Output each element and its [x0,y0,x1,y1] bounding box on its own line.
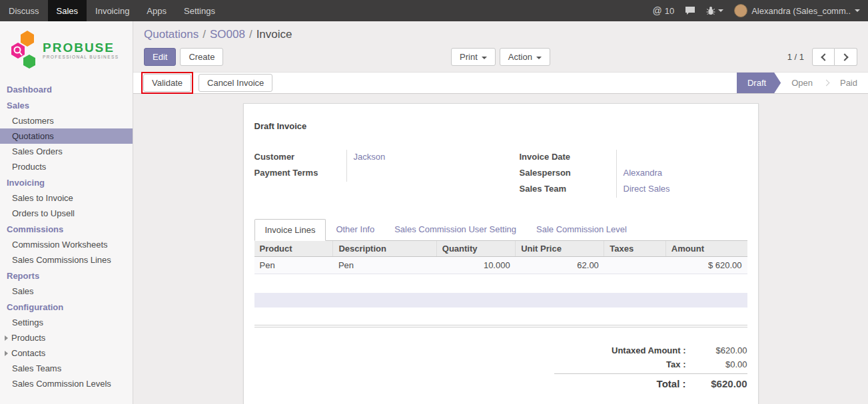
create-button[interactable]: Create [180,48,223,66]
sidebar-item-customers[interactable]: Customers [0,113,133,128]
pager-previous-button[interactable] [812,48,835,66]
section-divider [254,325,747,327]
col-header-quantity[interactable]: Quantity [436,241,515,257]
menu-invoicing[interactable]: Invoicing [87,0,138,21]
sidebar-heading-invoicing[interactable]: Invoicing [0,174,133,190]
control-panel: Quotations/SO008/Invoice Edit Create Pri… [133,21,868,72]
col-header-unit-price[interactable]: Unit Price [516,241,604,257]
status-draft[interactable]: Draft [737,73,781,93]
customer-label: Customer [254,150,346,166]
empty-line-strip [254,293,747,307]
logo-title: PROBUSE [43,41,119,55]
cell-taxes [604,257,666,274]
breadcrumb-separator: / [249,28,252,41]
payment-terms-value[interactable] [346,166,501,182]
tab-sales-commission-user-setting[interactable]: Sales Commission User Setting [384,219,526,241]
sidebar-item-settings[interactable]: Settings [0,315,133,330]
chevron-down-icon [536,57,542,59]
probuse-logo-icon [9,29,39,71]
status-open[interactable]: Open [781,73,823,93]
sidebar-item-sales-to-invoice[interactable]: Sales to Invoice [0,190,133,206]
sidebar-item-reports-sales[interactable]: Sales [0,284,133,299]
validate-button[interactable]: Validate [143,74,191,92]
invoice-date-value[interactable] [616,150,747,166]
menu-discuss[interactable]: Discuss [0,0,48,21]
sidebar-item-sales-teams[interactable]: Sales Teams [0,361,133,376]
bug-icon [706,6,715,15]
action-label: Action [508,52,532,62]
logo-text: PROBUSE PROFESSIONAL BUSINESS [43,41,119,59]
sidebar-item-commission-worksheets[interactable]: Commission Worksheets [0,237,133,252]
statusbar: Validate Cancel Invoice Draft Open Paid [133,72,868,94]
print-dropdown-button[interactable]: Print [451,48,496,66]
notebook-tabs: Invoice Lines Other Info Sales Commissio… [254,219,747,241]
app-menus: Discuss Sales Invoicing Apps Settings [0,0,224,21]
expand-arrow-icon [5,335,8,341]
chevron-down-icon [855,9,860,12]
untaxed-amount-row: Untaxed Amount : $620.00 [554,343,747,357]
expand-arrow-icon [5,351,8,356]
tab-other-info[interactable]: Other Info [326,219,384,241]
total-row: Total : $620.00 [554,373,747,391]
sidebar-item-config-products[interactable]: Products [0,330,133,345]
user-menu[interactable]: Alexandra (Sales_comm.. [734,4,860,17]
sidebar-item-orders-to-upsell[interactable]: Orders to Upsell [0,206,133,221]
cancel-invoice-button[interactable]: Cancel Invoice [199,74,272,92]
mentions-button[interactable]: @ 10 [652,5,674,16]
sidebar-item-quotations[interactable]: Quotations [0,128,133,144]
sidebar-item-sales-commissions-lines[interactable]: Sales Commissions Lines [0,252,133,268]
tab-sale-commission-level[interactable]: Sale Commission Level [526,219,637,241]
sidebar-heading-sales[interactable]: Sales [0,97,133,113]
col-header-amount[interactable]: Amount [665,241,747,257]
sidebar-heading-dashboard[interactable]: Dashboard [0,81,133,97]
salesperson-label: Salesperson [520,166,616,182]
form-view-container: Draft Invoice Customer Jackson Payment T… [133,94,868,404]
breadcrumb-current: Invoice [256,28,292,41]
edit-button[interactable]: Edit [144,48,176,66]
validate-highlight-annotation: Validate [141,72,193,94]
total-value: $620.00 [686,378,747,389]
tab-invoice-lines[interactable]: Invoice Lines [254,219,326,241]
breadcrumb-quotations[interactable]: Quotations [144,28,199,41]
sidebar-heading-commissions[interactable]: Commissions [0,221,133,237]
action-dropdown-button[interactable]: Action [500,48,550,66]
menu-apps[interactable]: Apps [138,0,175,21]
col-header-taxes[interactable]: Taxes [604,241,666,257]
table-row[interactable]: Pen Pen 10.000 62.00 $ 620.00 [254,257,747,274]
cell-quantity: 10.000 [436,257,515,274]
pager-next-button[interactable] [835,48,857,66]
pager: 1 / 1 [787,48,857,66]
breadcrumb: Quotations/SO008/Invoice [144,28,857,41]
customer-value-link[interactable]: Jackson [346,150,501,166]
payment-terms-label: Payment Terms [254,166,346,182]
status-paid[interactable]: Paid [829,73,868,93]
col-header-product[interactable]: Product [254,241,333,257]
print-label: Print [460,52,478,62]
chevron-down-icon [718,9,723,12]
invoice-date-label: Invoice Date [520,150,616,166]
mention-icon: @ [652,5,661,16]
logo-subtitle: PROFESSIONAL BUSINESS [43,55,119,59]
cell-unit-price: 62.00 [516,257,604,274]
totals: Untaxed Amount : $620.00 Tax : $0.00 Tot… [554,343,747,391]
sidebar-heading-configuration[interactable]: Configuration [0,299,133,315]
debug-menu-button[interactable] [706,6,723,15]
tax-row: Tax : $0.00 [554,357,747,371]
menu-sales[interactable]: Sales [48,0,87,21]
invoice-lines-table: Product Description Quantity Unit Price … [254,241,747,274]
sidebar-item-sales-orders[interactable]: Sales Orders [0,144,133,159]
probuse-logo: PROBUSE PROFESSIONAL BUSINESS [0,21,133,81]
menu-settings[interactable]: Settings [175,0,224,21]
sidebar-item-products[interactable]: Products [0,159,133,174]
col-header-description[interactable]: Description [333,241,436,257]
sales-team-label: Sales Team [520,182,616,198]
sidebar-item-config-contacts[interactable]: Contacts [0,345,133,361]
messages-button[interactable] [685,6,695,15]
chevron-right-icon [823,80,830,87]
sidebar-heading-reports[interactable]: Reports [0,268,133,284]
tax-label: Tax : [666,359,685,369]
salesperson-value-link[interactable]: Alexandra [616,166,747,182]
sidebar-item-sales-commission-levels[interactable]: Sales Commission Levels [0,376,133,391]
sales-team-value-link[interactable]: Direct Sales [616,182,747,198]
breadcrumb-so008[interactable]: SO008 [210,28,245,41]
